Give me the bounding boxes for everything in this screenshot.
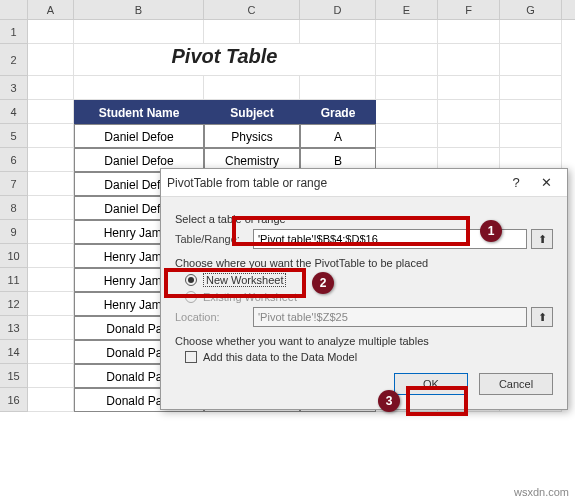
cell[interactable] [28,340,74,364]
col-header-F[interactable]: F [438,0,500,19]
help-button[interactable]: ? [501,175,531,190]
cell[interactable] [438,76,500,100]
close-button[interactable]: ✕ [531,175,561,190]
cell[interactable] [438,20,500,44]
cell[interactable] [500,100,562,124]
row-header[interactable]: 8 [0,196,28,220]
row-header[interactable]: 2 [0,44,28,76]
radio-existing-worksheet[interactable]: Existing Worksheet [185,291,553,303]
cell[interactable] [28,244,74,268]
cell[interactable] [376,20,438,44]
step-marker-3: 3 [378,390,400,412]
col-header-B[interactable]: B [74,0,204,19]
row-header[interactable]: 15 [0,364,28,388]
cell[interactable] [28,20,74,44]
cell[interactable] [204,76,300,100]
dialog-title: PivotTable from table or range [167,176,501,190]
column-headers: A B C D E F G [0,0,575,20]
cell[interactable] [28,316,74,340]
table-cell-subject[interactable]: Physics [204,124,300,148]
cell[interactable] [28,220,74,244]
row-header[interactable]: 9 [0,220,28,244]
row-header[interactable]: 7 [0,172,28,196]
cell[interactable] [74,76,204,100]
checkbox-icon [185,351,197,363]
dialog-titlebar[interactable]: PivotTable from table or range ? ✕ [161,169,567,197]
cancel-button[interactable]: Cancel [479,373,553,395]
radio-icon [185,291,197,303]
cell[interactable] [500,44,562,76]
section-multiple-tables: Choose whether you want to analyze multi… [175,335,553,347]
row-header[interactable]: 16 [0,388,28,412]
cell[interactable] [376,124,438,148]
cell[interactable] [28,124,74,148]
radio-new-worksheet-label: New Worksheet [203,273,286,287]
cell[interactable] [438,100,500,124]
cell[interactable] [300,76,376,100]
cell[interactable] [438,124,500,148]
cell[interactable] [438,44,500,76]
location-label: Location: [175,311,253,323]
collapse-range-button[interactable]: ⬆ [531,229,553,249]
add-to-data-model-checkbox[interactable]: Add this data to the Data Model [185,351,553,363]
table-cell-grade[interactable]: A [300,124,376,148]
cell[interactable] [500,20,562,44]
row-header[interactable]: 1 [0,20,28,44]
cell[interactable] [74,20,204,44]
row-header[interactable]: 3 [0,76,28,100]
table-header-subject[interactable]: Subject [204,100,300,124]
watermark: wsxdn.com [514,486,569,498]
row-header[interactable]: 6 [0,148,28,172]
cell[interactable] [28,268,74,292]
table-range-label: Table/Range: [175,233,253,245]
location-input [253,307,527,327]
cell[interactable] [28,100,74,124]
cell[interactable] [500,76,562,100]
row-header[interactable]: 13 [0,316,28,340]
cell[interactable] [300,20,376,44]
table-header-grade[interactable]: Grade [300,100,376,124]
collapse-range-button[interactable]: ⬆ [531,307,553,327]
cell[interactable] [28,388,74,412]
ok-button[interactable]: OK [394,373,468,395]
col-header-A[interactable]: A [28,0,74,19]
cell[interactable] [376,76,438,100]
cell[interactable] [376,44,438,76]
step-marker-1: 1 [480,220,502,242]
row-header[interactable]: 14 [0,340,28,364]
pivottable-dialog: PivotTable from table or range ? ✕ Selec… [160,168,568,410]
cell[interactable] [28,172,74,196]
add-to-data-model-label: Add this data to the Data Model [203,351,357,363]
table-cell-name[interactable]: Daniel Defoe [74,124,204,148]
cell[interactable] [28,76,74,100]
cell[interactable] [376,100,438,124]
col-header-C[interactable]: C [204,0,300,19]
col-header-G[interactable]: G [500,0,562,19]
cell[interactable] [28,44,74,76]
cell[interactable] [28,148,74,172]
row-header[interactable]: 10 [0,244,28,268]
col-header-D[interactable]: D [300,0,376,19]
cell[interactable] [500,124,562,148]
row-header[interactable]: 11 [0,268,28,292]
page-title: Pivot Table [74,44,376,76]
radio-existing-worksheet-label: Existing Worksheet [203,291,297,303]
row-header[interactable]: 4 [0,100,28,124]
radio-icon [185,274,197,286]
row-header[interactable]: 5 [0,124,28,148]
step-marker-2: 2 [312,272,334,294]
cell[interactable] [28,364,74,388]
section-placement: Choose where you want the PivotTable to … [175,257,553,269]
cell[interactable] [28,292,74,316]
cell[interactable] [204,20,300,44]
select-all-corner[interactable] [0,0,28,19]
cell[interactable] [28,196,74,220]
radio-new-worksheet[interactable]: New Worksheet [185,273,553,287]
row-header[interactable]: 12 [0,292,28,316]
table-header-name[interactable]: Student Name [74,100,204,124]
col-header-E[interactable]: E [376,0,438,19]
